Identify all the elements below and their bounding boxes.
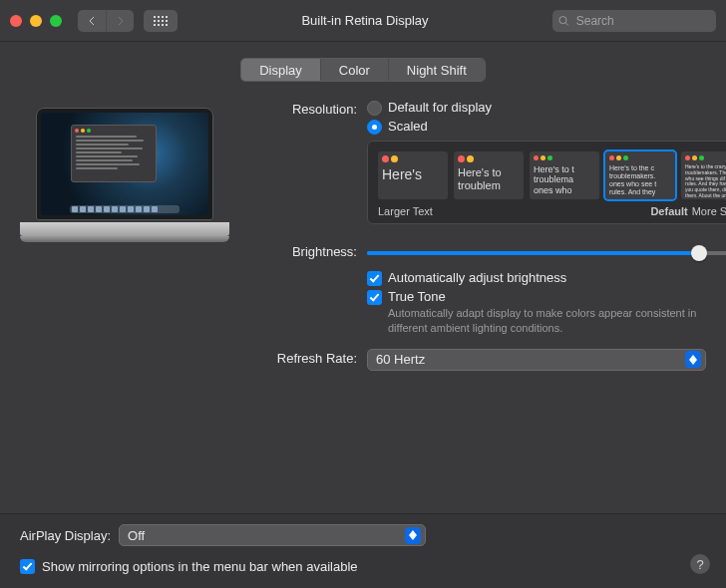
minimize-icon[interactable]: [30, 15, 42, 27]
true-tone-checkbox[interactable]: True Tone Automatically adapt display to…: [367, 289, 726, 336]
traffic-lights: [10, 15, 62, 27]
thumb-text: Here's to t troublema ones who: [534, 164, 595, 195]
grid-icon: [154, 16, 168, 26]
airplay-popup[interactable]: Off: [119, 524, 426, 546]
checkbox-label: Automatically adjust brightness: [388, 270, 566, 285]
tab-color[interactable]: Color: [320, 59, 388, 81]
slider-thumb-icon[interactable]: [691, 245, 707, 261]
svg-rect-2: [162, 16, 164, 18]
display-preview: [20, 100, 239, 379]
svg-rect-6: [162, 20, 164, 22]
refresh-rate-label: Refresh Rate:: [257, 349, 367, 366]
checkbox-icon: [367, 271, 382, 286]
brightness-row: Brightness: Automatically adjust brightn…: [257, 242, 726, 339]
help-icon: ?: [696, 557, 703, 572]
popup-arrows-icon: [405, 527, 421, 544]
radio-icon: [367, 101, 382, 116]
caption-more-space: More Space: [692, 205, 726, 217]
svg-rect-0: [154, 16, 156, 18]
tab-display[interactable]: Display: [241, 59, 320, 81]
popup-arrows-icon: [685, 351, 701, 368]
zoom-icon[interactable]: [50, 15, 62, 27]
svg-rect-9: [158, 24, 160, 26]
back-button[interactable]: [78, 10, 106, 32]
svg-point-12: [559, 16, 566, 23]
search-input[interactable]: [574, 13, 710, 29]
checkbox-icon: [20, 559, 35, 574]
resolution-option-1[interactable]: Here's: [378, 151, 448, 199]
svg-rect-8: [154, 24, 156, 26]
svg-rect-10: [162, 24, 164, 26]
bottom-panel: AirPlay Display: Off Show mirroring opti…: [0, 513, 726, 588]
radio-icon: [367, 120, 382, 135]
resolution-option-5[interactable]: Here's to the crazy one troublemakers. T…: [681, 151, 726, 199]
radio-label: Default for display: [388, 100, 492, 115]
checkbox-label: True Tone: [388, 289, 697, 304]
true-tone-description: Automatically adapt display to make colo…: [388, 306, 697, 336]
svg-rect-4: [154, 20, 156, 22]
radio-label: Scaled: [388, 119, 428, 134]
search-field[interactable]: [552, 10, 716, 32]
search-icon: [558, 15, 569, 27]
content-area: Resolution: Default for display Scaled: [0, 82, 726, 379]
refresh-rate-popup[interactable]: 60 Hertz: [367, 349, 706, 371]
prefs-window: Built-in Retina Display Display Color Ni…: [0, 0, 726, 588]
thumb-text: Here's to the c troublemakers. ones who …: [609, 164, 671, 196]
svg-rect-7: [166, 20, 168, 22]
auto-brightness-checkbox[interactable]: Automatically adjust brightness: [367, 270, 726, 286]
checkbox-icon: [367, 290, 382, 305]
resolution-default-radio[interactable]: Default for display: [367, 100, 726, 116]
svg-rect-11: [166, 24, 168, 26]
close-icon[interactable]: [10, 15, 22, 27]
airplay-label: AirPlay Display:: [20, 528, 111, 543]
airplay-row: AirPlay Display: Off: [20, 524, 706, 546]
resolution-row: Resolution: Default for display Scaled: [257, 100, 726, 224]
nav-back-forward: [78, 10, 134, 32]
segmented-control: Display Color Night Shift: [240, 58, 486, 82]
tab-night-shift[interactable]: Night Shift: [388, 59, 485, 81]
mirroring-checkbox[interactable]: Show mirroring options in the menu bar w…: [20, 558, 706, 574]
svg-rect-1: [158, 16, 160, 18]
resolution-option-4[interactable]: Here's to the c troublemakers. ones who …: [605, 151, 675, 199]
forward-button[interactable]: [106, 10, 134, 32]
brightness-slider[interactable]: [367, 244, 726, 262]
popup-value: Off: [128, 528, 405, 543]
tab-bar: Display Color Night Shift: [0, 58, 726, 82]
resolution-option-2[interactable]: Here's to troublem: [454, 151, 524, 199]
thumb-text: Here's to the crazy one troublemakers. T…: [685, 164, 726, 199]
resolution-option-3[interactable]: Here's to t troublema ones who: [530, 151, 599, 199]
resolution-scaled-radio[interactable]: Scaled: [367, 119, 726, 135]
brightness-label: Brightness:: [257, 242, 367, 259]
laptop-icon: [20, 108, 229, 242]
svg-line-13: [565, 22, 568, 25]
show-all-button[interactable]: [144, 10, 178, 32]
caption-default: Default: [650, 205, 687, 217]
chevron-left-icon: [88, 16, 96, 26]
window-title: Built-in Retina Display: [187, 13, 543, 28]
thumb-text: Here's: [382, 166, 444, 182]
svg-rect-3: [166, 16, 168, 18]
svg-rect-5: [158, 20, 160, 22]
resolution-label: Resolution:: [257, 100, 367, 117]
titlebar: Built-in Retina Display: [0, 0, 726, 42]
refresh-rate-row: Refresh Rate: 60 Hertz: [257, 349, 726, 371]
checkbox-label: Show mirroring options in the menu bar w…: [42, 559, 358, 574]
thumb-text: Here's to troublem: [458, 166, 520, 191]
caption-larger-text: Larger Text: [378, 205, 433, 217]
resolution-picker: Here's Here's to troublem Here's to t tr…: [367, 141, 726, 224]
popup-value: 60 Hertz: [376, 352, 685, 367]
chevron-right-icon: [117, 16, 125, 26]
help-button[interactable]: ?: [690, 554, 710, 574]
settings-panel: Resolution: Default for display Scaled: [257, 100, 726, 379]
